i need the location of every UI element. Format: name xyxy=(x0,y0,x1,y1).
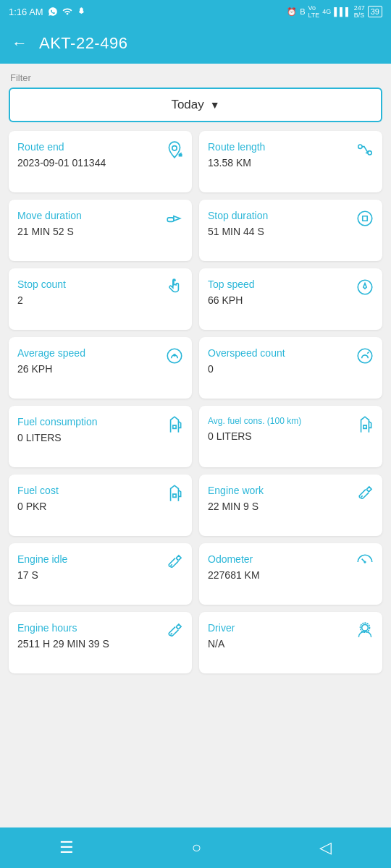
svg-line-11 xyxy=(367,352,369,354)
card-odometer-label: Odometer xyxy=(208,553,374,565)
card-fuel-consumption-value: 0 LITERS xyxy=(17,432,183,443)
card-stop-count-label: Stop count xyxy=(17,278,183,290)
card-average-speed-label: Average speed xyxy=(17,347,183,359)
card-engine-hours-value: 2511 H 29 MIN 39 S xyxy=(17,638,183,650)
route-length-icon xyxy=(355,140,375,160)
card-engine-idle-value: 17 S xyxy=(17,569,183,581)
vo-lte-text: VoLTE xyxy=(308,4,319,19)
menu-button[interactable]: ☰ xyxy=(59,838,74,857)
fuel-consumption-icon xyxy=(164,414,185,435)
svg-marker-7 xyxy=(363,284,366,289)
card-route-length-value: 13.58 KM xyxy=(208,157,374,169)
chevron-down-icon: ▼ xyxy=(210,99,220,111)
filter-dropdown[interactable]: Today ▼ xyxy=(9,88,382,122)
data-speed: 247B/S xyxy=(354,4,365,19)
card-engine-idle: Engine idle 17 S xyxy=(9,543,192,605)
back-button[interactable]: ← xyxy=(12,34,28,53)
card-driver: Driver N/A xyxy=(199,612,382,673)
move-duration-icon xyxy=(164,208,185,229)
back-nav-button[interactable]: ◁ xyxy=(319,838,332,857)
card-top-speed-value: 66 KPH xyxy=(208,294,374,306)
card-top-speed: Top speed 66 KPH xyxy=(199,268,382,330)
card-average-speed: Average speed 26 KPH xyxy=(9,337,192,399)
top-speed-icon xyxy=(355,277,375,297)
card-overspeed-count-value: 0 xyxy=(208,363,374,375)
svg-point-16 xyxy=(362,624,369,631)
card-fuel-cost-value: 0 PKR xyxy=(17,501,183,512)
svg-point-10 xyxy=(358,349,372,363)
svg-point-5 xyxy=(358,211,372,226)
engine-hours-icon xyxy=(164,621,185,641)
avg-fuel-cons-icon xyxy=(355,414,375,435)
card-move-duration: Move duration 21 MIN 52 S xyxy=(9,200,192,261)
card-route-end-value: 2023-09-01 011344 xyxy=(17,157,183,169)
card-stop-count-value: 2 xyxy=(17,294,183,306)
status-left: 1:16 AM xyxy=(9,7,87,17)
status-bar: 1:16 AM ⏰ B VoLTE 4G ▌▌▌ 247B/S 39 xyxy=(0,0,391,23)
card-avg-fuel-cons-label: Avg. fuel cons. (100 km) xyxy=(208,416,374,426)
card-average-speed-value: 26 KPH xyxy=(17,363,183,375)
stop-duration-icon xyxy=(355,208,375,229)
status-time: 1:16 AM xyxy=(9,7,43,17)
svg-point-1 xyxy=(358,145,362,148)
card-driver-value: N/A xyxy=(208,638,374,650)
card-avg-fuel-cons-value: 0 LITERS xyxy=(208,430,374,442)
card-overspeed-count: Overspeed count 0 xyxy=(199,337,382,399)
card-stop-duration: Stop duration 51 MIN 44 S xyxy=(199,200,382,261)
odometer-icon xyxy=(355,552,375,572)
fuel-cost-icon xyxy=(164,483,185,503)
card-fuel-consumption: Fuel consumption 0 LITERS xyxy=(9,406,192,467)
svg-point-0 xyxy=(172,146,177,151)
card-route-length: Route length 13.58 KM xyxy=(199,131,382,192)
app-bar-title: AKT-22-496 xyxy=(39,34,127,53)
home-button[interactable]: ○ xyxy=(192,838,201,857)
svg-point-14 xyxy=(363,561,366,563)
route-end-icon xyxy=(164,140,185,160)
snapchat-icon xyxy=(77,7,87,17)
driver-icon xyxy=(355,621,375,641)
svg-line-12 xyxy=(361,495,363,497)
card-stop-duration-value: 51 MIN 44 S xyxy=(208,226,374,237)
engine-idle-icon xyxy=(164,552,185,572)
card-engine-idle-label: Engine idle xyxy=(17,553,183,565)
card-engine-work-label: Engine work xyxy=(208,485,374,496)
svg-line-15 xyxy=(171,633,172,634)
engine-work-icon xyxy=(355,483,375,503)
content-area: Filter Today ▼ Route end 2023-09-01 0113… xyxy=(0,64,391,827)
card-top-speed-label: Top speed xyxy=(208,278,374,290)
svg-line-13 xyxy=(171,564,172,566)
status-right: ⏰ B VoLTE 4G ▌▌▌ 247B/S 39 xyxy=(287,4,382,19)
card-odometer-value: 227681 KM xyxy=(208,569,374,581)
card-move-duration-label: Move duration xyxy=(17,210,183,221)
card-route-end-label: Route end xyxy=(17,141,183,153)
app-bar: ← AKT-22-496 xyxy=(0,23,391,64)
card-odometer: Odometer 227681 KM xyxy=(199,543,382,605)
card-engine-work: Engine work 22 MIN 9 S xyxy=(199,475,382,536)
card-driver-label: Driver xyxy=(208,622,374,634)
signal-bars: ▌▌▌ xyxy=(334,7,350,16)
bluetooth-icon: B xyxy=(300,7,305,16)
average-speed-icon xyxy=(164,346,185,366)
card-route-length-label: Route length xyxy=(208,141,374,153)
card-engine-hours-label: Engine hours xyxy=(17,622,183,634)
card-route-end: Route end 2023-09-01 011344 xyxy=(9,131,192,192)
4g-text: 4G xyxy=(322,8,331,15)
battery-indicator: 39 xyxy=(368,6,382,17)
svg-marker-4 xyxy=(174,216,180,221)
overspeed-count-icon xyxy=(355,346,375,366)
card-fuel-cost-label: Fuel cost xyxy=(17,485,183,496)
card-fuel-consumption-label: Fuel consumption xyxy=(17,416,183,427)
card-fuel-cost: Fuel cost 0 PKR xyxy=(9,475,192,536)
card-engine-hours: Engine hours 2511 H 29 MIN 39 S xyxy=(9,612,192,673)
wifi-icon xyxy=(62,7,72,17)
card-stop-count: Stop count 2 xyxy=(9,268,192,330)
card-avg-fuel-cons: Avg. fuel cons. (100 km) 0 LITERS xyxy=(199,406,382,467)
stop-count-icon xyxy=(164,277,185,297)
whatsapp-icon xyxy=(48,7,58,17)
filter-label: Filter xyxy=(10,72,382,83)
card-stop-duration-label: Stop duration xyxy=(208,210,374,221)
bottom-nav: ☰ ○ ◁ xyxy=(0,827,391,868)
alarm-icon: ⏰ xyxy=(287,7,297,17)
svg-rect-3 xyxy=(167,218,174,221)
cards-grid: Route end 2023-09-01 011344 Route length… xyxy=(9,131,382,673)
